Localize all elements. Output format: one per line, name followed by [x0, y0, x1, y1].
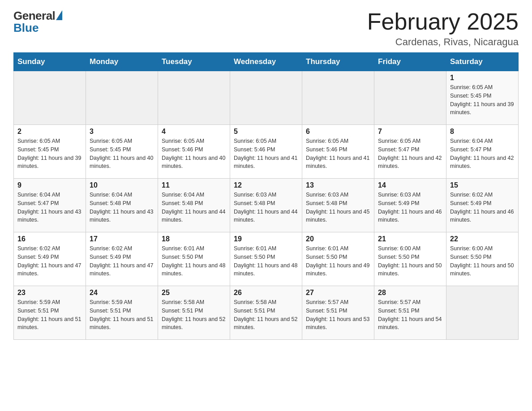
day-number: 23 — [17, 289, 82, 297]
day-number: 13 — [306, 181, 370, 189]
calendar-cell: 19Sunrise: 6:01 AM Sunset: 5:50 PM Dayli… — [230, 232, 302, 286]
day-info: Sunrise: 6:01 AM Sunset: 5:50 PM Dayligh… — [306, 244, 370, 278]
day-number: 28 — [378, 289, 442, 297]
day-number: 20 — [306, 235, 370, 243]
calendar-cell — [14, 71, 86, 125]
weekday-header-tuesday: Tuesday — [158, 53, 230, 71]
day-number: 24 — [90, 289, 154, 297]
calendar-cell — [446, 286, 519, 340]
day-info: Sunrise: 6:02 AM Sunset: 5:49 PM Dayligh… — [17, 244, 82, 278]
day-info: Sunrise: 5:59 AM Sunset: 5:51 PM Dayligh… — [17, 298, 82, 332]
calendar-week-row: 1Sunrise: 6:05 AM Sunset: 5:45 PM Daylig… — [14, 71, 519, 125]
calendar-cell: 25Sunrise: 5:58 AM Sunset: 5:51 PM Dayli… — [158, 286, 230, 340]
day-number: 3 — [90, 128, 154, 136]
day-info: Sunrise: 6:03 AM Sunset: 5:48 PM Dayligh… — [306, 191, 370, 224]
calendar-cell: 14Sunrise: 6:03 AM Sunset: 5:49 PM Dayli… — [374, 179, 446, 232]
calendar-cell: 3Sunrise: 6:05 AM Sunset: 5:45 PM Daylig… — [86, 125, 158, 179]
day-info: Sunrise: 6:05 AM Sunset: 5:45 PM Dayligh… — [90, 137, 154, 171]
day-number: 4 — [162, 128, 226, 136]
day-number: 15 — [450, 181, 515, 189]
calendar-cell: 8Sunrise: 6:04 AM Sunset: 5:47 PM Daylig… — [446, 125, 519, 179]
day-number: 2 — [17, 128, 82, 136]
day-info: Sunrise: 6:02 AM Sunset: 5:49 PM Dayligh… — [450, 191, 515, 224]
day-info: Sunrise: 5:57 AM Sunset: 5:51 PM Dayligh… — [378, 298, 442, 332]
weekday-header-monday: Monday — [86, 53, 158, 71]
calendar-cell — [302, 71, 374, 125]
calendar-cell: 4Sunrise: 6:05 AM Sunset: 5:46 PM Daylig… — [158, 125, 230, 179]
weekday-header-wednesday: Wednesday — [230, 53, 302, 71]
day-number: 5 — [234, 128, 298, 136]
day-info: Sunrise: 6:05 AM Sunset: 5:45 PM Dayligh… — [450, 83, 515, 117]
calendar-cell: 17Sunrise: 6:02 AM Sunset: 5:49 PM Dayli… — [86, 232, 158, 286]
calendar-table: SundayMondayTuesdayWednesdayThursdayFrid… — [13, 52, 519, 340]
day-info: Sunrise: 6:03 AM Sunset: 5:48 PM Dayligh… — [234, 191, 298, 224]
day-number: 14 — [378, 181, 442, 189]
day-number: 8 — [450, 128, 515, 136]
day-info: Sunrise: 6:00 AM Sunset: 5:50 PM Dayligh… — [378, 244, 442, 278]
day-number: 10 — [90, 181, 154, 189]
day-info: Sunrise: 6:02 AM Sunset: 5:49 PM Dayligh… — [90, 244, 154, 278]
calendar-cell: 13Sunrise: 6:03 AM Sunset: 5:48 PM Dayli… — [302, 179, 374, 232]
calendar-week-row: 9Sunrise: 6:04 AM Sunset: 5:47 PM Daylig… — [14, 179, 519, 232]
location-subtitle: Cardenas, Rivas, Nicaragua — [367, 36, 519, 48]
logo-blue-text: Blue — [13, 21, 39, 35]
day-info: Sunrise: 6:05 AM Sunset: 5:46 PM Dayligh… — [306, 137, 370, 171]
calendar-cell: 21Sunrise: 6:00 AM Sunset: 5:50 PM Dayli… — [374, 232, 446, 286]
day-info: Sunrise: 6:01 AM Sunset: 5:50 PM Dayligh… — [162, 244, 226, 278]
day-info: Sunrise: 5:57 AM Sunset: 5:51 PM Dayligh… — [306, 298, 370, 332]
day-number: 25 — [162, 289, 226, 297]
day-info: Sunrise: 6:05 AM Sunset: 5:47 PM Dayligh… — [378, 137, 442, 171]
day-number: 27 — [306, 289, 370, 297]
logo: General Blue — [13, 9, 62, 35]
day-info: Sunrise: 6:03 AM Sunset: 5:49 PM Dayligh… — [378, 191, 442, 224]
calendar-cell: 20Sunrise: 6:01 AM Sunset: 5:50 PM Dayli… — [302, 232, 374, 286]
calendar-cell: 26Sunrise: 5:58 AM Sunset: 5:51 PM Dayli… — [230, 286, 302, 340]
calendar-cell: 7Sunrise: 6:05 AM Sunset: 5:47 PM Daylig… — [374, 125, 446, 179]
weekday-header-row: SundayMondayTuesdayWednesdayThursdayFrid… — [14, 53, 519, 71]
calendar-cell: 15Sunrise: 6:02 AM Sunset: 5:49 PM Dayli… — [446, 179, 519, 232]
calendar-cell: 6Sunrise: 6:05 AM Sunset: 5:46 PM Daylig… — [302, 125, 374, 179]
day-info: Sunrise: 6:04 AM Sunset: 5:48 PM Dayligh… — [90, 191, 154, 224]
day-number: 18 — [162, 235, 226, 243]
day-number: 22 — [450, 235, 515, 243]
logo-triangle-icon — [56, 10, 62, 20]
month-title: February 2025 — [367, 9, 519, 34]
day-info: Sunrise: 6:05 AM Sunset: 5:46 PM Dayligh… — [234, 137, 298, 171]
day-info: Sunrise: 6:05 AM Sunset: 5:45 PM Dayligh… — [17, 137, 82, 171]
calendar-week-row: 2Sunrise: 6:05 AM Sunset: 5:45 PM Daylig… — [14, 125, 519, 179]
day-number: 6 — [306, 128, 370, 136]
day-number: 11 — [162, 181, 226, 189]
calendar-cell: 9Sunrise: 6:04 AM Sunset: 5:47 PM Daylig… — [14, 179, 86, 232]
calendar-cell: 5Sunrise: 6:05 AM Sunset: 5:46 PM Daylig… — [230, 125, 302, 179]
weekday-header-friday: Friday — [374, 53, 446, 71]
day-info: Sunrise: 6:00 AM Sunset: 5:50 PM Dayligh… — [450, 244, 515, 278]
day-number: 7 — [378, 128, 442, 136]
day-number: 21 — [378, 235, 442, 243]
day-number: 17 — [90, 235, 154, 243]
weekday-header-sunday: Sunday — [14, 53, 86, 71]
calendar-cell: 22Sunrise: 6:00 AM Sunset: 5:50 PM Dayli… — [446, 232, 519, 286]
calendar-cell: 2Sunrise: 6:05 AM Sunset: 5:45 PM Daylig… — [14, 125, 86, 179]
calendar-cell: 12Sunrise: 6:03 AM Sunset: 5:48 PM Dayli… — [230, 179, 302, 232]
title-section: February 2025 Cardenas, Rivas, Nicaragua — [367, 9, 519, 48]
day-info: Sunrise: 6:01 AM Sunset: 5:50 PM Dayligh… — [234, 244, 298, 278]
calendar-cell: 1Sunrise: 6:05 AM Sunset: 5:45 PM Daylig… — [446, 71, 519, 125]
calendar-cell — [158, 71, 230, 125]
weekday-header-thursday: Thursday — [302, 53, 374, 71]
day-info: Sunrise: 6:04 AM Sunset: 5:47 PM Dayligh… — [17, 191, 82, 224]
calendar-cell: 28Sunrise: 5:57 AM Sunset: 5:51 PM Dayli… — [374, 286, 446, 340]
calendar-cell — [86, 71, 158, 125]
day-number: 26 — [234, 289, 298, 297]
day-info: Sunrise: 6:05 AM Sunset: 5:46 PM Dayligh… — [162, 137, 226, 171]
day-info: Sunrise: 6:04 AM Sunset: 5:48 PM Dayligh… — [162, 191, 226, 224]
calendar-cell: 10Sunrise: 6:04 AM Sunset: 5:48 PM Dayli… — [86, 179, 158, 232]
day-number: 16 — [17, 235, 82, 243]
calendar-cell: 24Sunrise: 5:59 AM Sunset: 5:51 PM Dayli… — [86, 286, 158, 340]
calendar-cell — [374, 71, 446, 125]
day-number: 9 — [17, 181, 82, 189]
weekday-header-saturday: Saturday — [446, 53, 519, 71]
calendar-cell: 18Sunrise: 6:01 AM Sunset: 5:50 PM Dayli… — [158, 232, 230, 286]
day-info: Sunrise: 5:59 AM Sunset: 5:51 PM Dayligh… — [90, 298, 154, 332]
day-info: Sunrise: 5:58 AM Sunset: 5:51 PM Dayligh… — [162, 298, 226, 332]
calendar-week-row: 16Sunrise: 6:02 AM Sunset: 5:49 PM Dayli… — [14, 232, 519, 286]
